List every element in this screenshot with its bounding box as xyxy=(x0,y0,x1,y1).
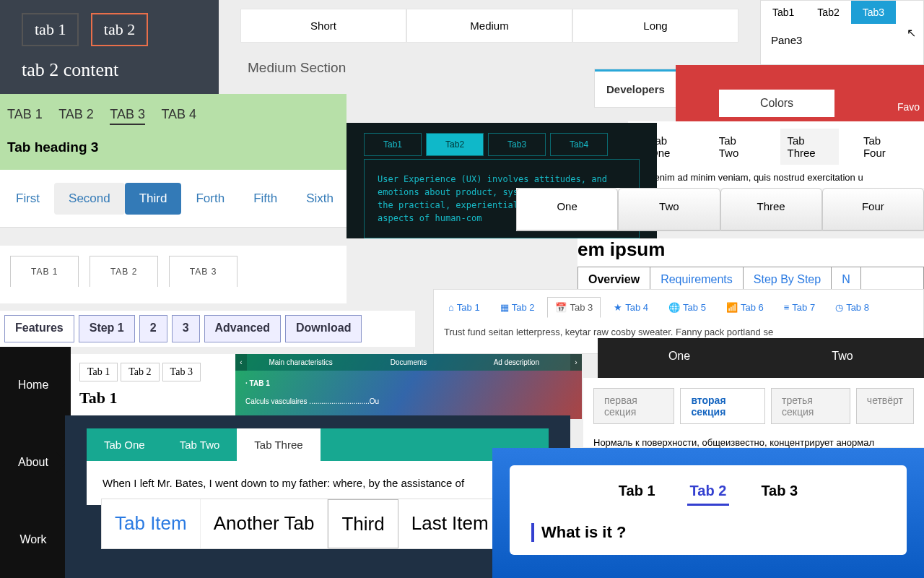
tab-one[interactable]: One xyxy=(516,188,618,230)
tab-sec4[interactable]: четвёрт xyxy=(856,388,914,424)
tab-3[interactable]: Tab 3 xyxy=(162,363,201,381)
tab-sec3[interactable]: третья секция xyxy=(771,388,850,424)
tab-documents[interactable]: Documents xyxy=(354,354,462,371)
tab-features[interactable]: Features xyxy=(4,315,74,342)
tab-n[interactable]: N xyxy=(832,267,861,292)
tab-three[interactable]: Three xyxy=(720,188,822,230)
tab-1[interactable]: TAB 1 xyxy=(10,256,79,287)
tab-1[interactable]: Tab 1 xyxy=(79,363,118,381)
tab4[interactable]: Tab4 xyxy=(550,133,608,156)
tab-3[interactable]: Tab 3 xyxy=(758,478,801,506)
tab-4[interactable]: TAB 4 xyxy=(161,107,196,124)
tab-2[interactable]: tab 2 xyxy=(91,13,148,46)
tab-one[interactable]: Tab One xyxy=(87,428,162,461)
tab3[interactable]: Tab3 xyxy=(851,1,896,24)
tab-favorites[interactable]: Favo xyxy=(897,101,920,113)
tab-third[interactable]: Third xyxy=(328,499,398,548)
tab-body-text: Trust fund seitan letterpress, keytar ra… xyxy=(434,325,923,339)
tab-overview[interactable]: Overview xyxy=(578,267,650,292)
tab-main[interactable]: Main characteristics xyxy=(247,354,354,371)
tab-first[interactable]: First xyxy=(1,183,54,215)
tab-two[interactable]: Tab Two xyxy=(712,129,763,165)
subtab-developers[interactable]: Developers xyxy=(595,69,676,107)
tab-four[interactable]: Four xyxy=(822,188,924,230)
tab-three[interactable]: Tab Three xyxy=(237,428,320,461)
tab-2[interactable]: TAB 2 xyxy=(90,256,158,287)
chevron-right-icon[interactable]: › xyxy=(570,354,582,371)
tab-6[interactable]: 📶 Tab 6 xyxy=(719,297,771,318)
russian-section-tabs: первая секция вторая секция третья секци… xyxy=(583,378,924,447)
dark-one-two: One Two xyxy=(598,338,924,378)
tab-step1[interactable]: Step 1 xyxy=(79,315,135,342)
tab-fifth[interactable]: Fifth xyxy=(239,183,292,215)
tab-step2[interactable]: 2 xyxy=(139,315,167,342)
nav-home[interactable]: Home xyxy=(0,347,71,424)
list-icon: ≡ xyxy=(784,302,790,313)
feature-step-tabs: Features Step 1 2 3 Advanced Download xyxy=(0,311,415,347)
tab-1[interactable]: ⌂ Tab 1 xyxy=(441,297,487,318)
tab-another[interactable]: Another Tab xyxy=(201,499,328,548)
tab-content: tab 2 content xyxy=(22,59,197,81)
tab-5[interactable]: 🌐 Tab 5 xyxy=(661,297,713,318)
nav-about[interactable]: About xyxy=(0,424,71,501)
globe-icon: 🌐 xyxy=(668,302,680,313)
tab1[interactable]: Tab1 xyxy=(364,133,422,156)
tab-two[interactable]: Tab Two xyxy=(162,428,237,461)
tab-one[interactable]: One xyxy=(598,338,761,378)
tab-7[interactable]: ≡ Tab 7 xyxy=(777,297,822,318)
tab-label: Tab 4 xyxy=(625,302,648,313)
tab-2[interactable]: TAB 2 xyxy=(58,107,94,124)
chevron-left-icon[interactable]: ‹ xyxy=(235,354,247,371)
tab-2[interactable]: Tab 2 xyxy=(687,478,730,506)
tab-sec2[interactable]: вторая секция xyxy=(680,388,765,424)
tab-three[interactable]: Tab Three xyxy=(780,129,839,165)
tab-step3[interactable]: 3 xyxy=(172,315,200,342)
th-icon: ▦ xyxy=(500,302,509,313)
file-folder-tabs: One Two Three Four xyxy=(516,188,924,231)
tab-3[interactable]: 📅 Tab 3 xyxy=(547,297,601,318)
tab2[interactable]: Tab2 xyxy=(426,133,484,156)
tab-two[interactable]: Two xyxy=(761,338,924,378)
content-line: Calculs vasculaires ....................… xyxy=(235,396,582,407)
tab-3[interactable]: TAB 3 xyxy=(110,107,145,125)
tab-third[interactable]: Third xyxy=(125,183,182,215)
tab-label: Tab 5 xyxy=(683,302,706,313)
tab-heading: Tab 1 xyxy=(79,389,228,407)
green-underline-tabs: TAB 1 TAB 2 TAB 3 TAB 4 Tab heading 3 xyxy=(0,94,346,170)
tab-ad[interactable]: Ad description xyxy=(463,354,570,371)
tab-advanced[interactable]: Advanced xyxy=(204,315,281,342)
tab-1[interactable]: TAB 1 xyxy=(7,107,43,124)
tab-medium[interactable]: Medium xyxy=(406,9,572,43)
tab1[interactable]: Tab1 xyxy=(761,1,806,24)
tab-3[interactable]: TAB 3 xyxy=(169,256,237,287)
content-heading: What is it ? xyxy=(531,523,885,542)
tab-sixth[interactable]: Sixth xyxy=(292,183,348,215)
tab-2[interactable]: ▦ Tab 2 xyxy=(493,297,542,318)
tab-1[interactable]: tab 1 xyxy=(22,13,79,46)
tab-forth[interactable]: Forth xyxy=(181,183,239,215)
tab-second[interactable]: Second xyxy=(54,183,125,215)
tab-sec1[interactable]: первая секция xyxy=(593,388,674,424)
calendar-icon: 📅 xyxy=(555,302,567,313)
tab-stepbystep[interactable]: Step By Step xyxy=(744,267,832,292)
tab-download[interactable]: Download xyxy=(285,315,362,342)
tab-requirements[interactable]: Requirements xyxy=(650,267,744,292)
tab-last[interactable]: Last Item xyxy=(398,499,502,548)
tab-body-text: Нормаль к поверхности, общеизвестно, кон… xyxy=(593,437,914,448)
tab3[interactable]: Tab3 xyxy=(488,133,546,156)
tab-two[interactable]: Two xyxy=(618,188,720,230)
tab123-pane: Tab1 Tab2 Tab3 Pane3 xyxy=(760,0,924,65)
tab-8[interactable]: ◷ Tab 8 xyxy=(828,297,876,318)
tab-colors[interactable]: Colors xyxy=(719,90,834,117)
tab-1[interactable]: Tab 1 xyxy=(616,478,658,506)
tab-short[interactable]: Short xyxy=(240,9,406,43)
tab-4[interactable]: ★ Tab 4 xyxy=(606,297,655,318)
tab2[interactable]: Tab2 xyxy=(806,1,850,24)
tab-2[interactable]: Tab 2 xyxy=(121,363,159,381)
tab-four[interactable]: Tab Four xyxy=(856,129,910,165)
tab-long[interactable]: Long xyxy=(572,9,738,43)
tab-heading: Tab heading 3 xyxy=(7,139,339,155)
tab-item[interactable]: Tab Item xyxy=(102,499,201,548)
tab-label: Tab 8 xyxy=(846,302,869,313)
nav-work[interactable]: Work xyxy=(0,501,71,578)
